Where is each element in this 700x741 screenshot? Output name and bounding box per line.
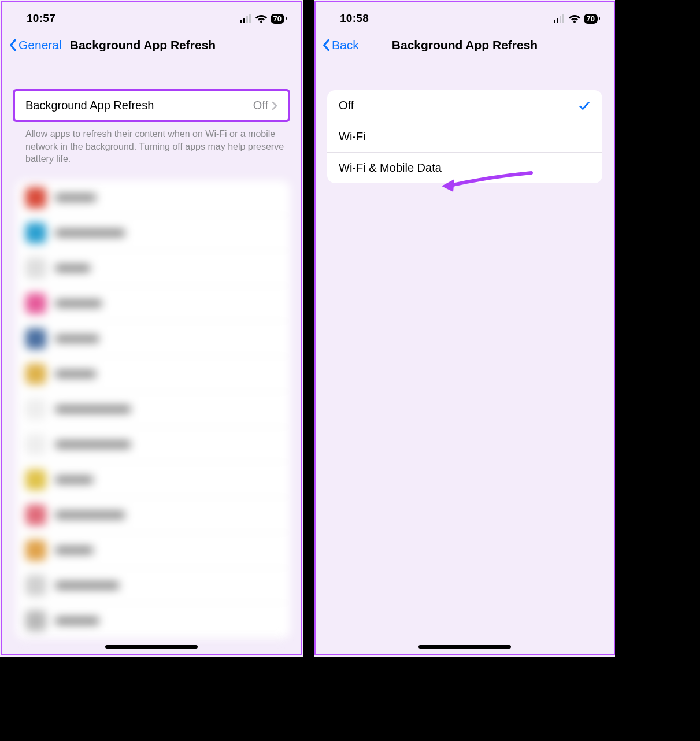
checkmark-icon (578, 99, 591, 112)
nav-title: Background App Refresh (316, 38, 614, 52)
option-row[interactable]: Wi-Fi & Mobile Data (327, 153, 602, 183)
status-indicators: 70 (240, 14, 284, 24)
back-label: Back (332, 38, 359, 52)
battery-level: 70 (273, 14, 282, 23)
screenshot-divider (303, 0, 314, 741)
bottom-border (0, 657, 615, 741)
status-bar: 10:58 70 (316, 2, 614, 31)
app-row-blurred (16, 251, 290, 286)
cellular-icon (554, 14, 565, 23)
home-indicator (105, 645, 198, 649)
battery-badge: 70 (271, 14, 284, 24)
back-label: General (18, 38, 62, 52)
nav-title: Background App Refresh (70, 38, 216, 52)
cellular-icon (240, 14, 252, 23)
svg-rect-1 (243, 18, 245, 23)
app-list-blurred (16, 180, 290, 639)
svg-point-4 (260, 21, 262, 23)
app-row-blurred (16, 603, 290, 639)
svg-rect-7 (560, 16, 561, 23)
app-row-blurred (16, 216, 290, 251)
row-label: Background App Refresh (25, 99, 253, 112)
app-row-blurred (16, 357, 290, 392)
options-group: OffWi-FiWi-Fi & Mobile Data (327, 90, 602, 183)
status-bar: 10:57 70 (2, 2, 301, 31)
app-row-blurred (16, 321, 290, 357)
battery-badge: 70 (584, 14, 598, 24)
option-label: Off (339, 99, 578, 112)
main-setting-group: Background App Refresh Off (14, 90, 289, 121)
nav-bar: Back Background App Refresh (316, 31, 614, 64)
svg-rect-2 (246, 16, 248, 23)
wifi-icon (569, 14, 580, 23)
app-row-blurred (16, 498, 290, 533)
svg-rect-8 (562, 14, 564, 23)
wifi-icon (255, 14, 267, 23)
option-label: Wi-Fi & Mobile Data (339, 161, 591, 175)
status-indicators: 70 (554, 14, 598, 24)
phone-screenshot-right: 10:58 70 Back Back (314, 1, 615, 655)
svg-point-9 (573, 21, 576, 23)
row-value: Off (253, 99, 268, 112)
footer-text: Allow apps to refresh their content when… (2, 121, 301, 176)
app-row-blurred (16, 286, 290, 321)
back-button[interactable]: Back (321, 38, 359, 52)
option-label: Wi-Fi (339, 130, 591, 143)
app-row-blurred (16, 533, 290, 568)
home-indicator (418, 645, 511, 649)
option-row[interactable]: Off (327, 90, 602, 121)
background-app-refresh-row[interactable]: Background App Refresh Off (14, 90, 289, 121)
status-time: 10:58 (340, 12, 369, 25)
phone-screenshot-left: 10:57 70 General B (1, 1, 302, 655)
status-time: 10:57 (27, 12, 55, 25)
app-row-blurred (16, 180, 290, 216)
app-row-blurred (16, 462, 290, 498)
right-border (615, 0, 700, 741)
back-button[interactable]: General (8, 38, 62, 52)
svg-rect-0 (240, 20, 242, 23)
svg-rect-5 (554, 20, 555, 23)
app-row-blurred (16, 392, 290, 427)
nav-bar: General Background App Refresh (2, 31, 301, 64)
chevron-right-icon (272, 101, 277, 110)
chevron-left-icon (8, 39, 17, 51)
app-row-blurred (16, 568, 290, 603)
svg-rect-3 (249, 14, 251, 23)
battery-level: 70 (587, 14, 595, 23)
chevron-left-icon (321, 39, 331, 51)
option-row[interactable]: Wi-Fi (327, 121, 602, 153)
svg-rect-6 (557, 18, 558, 23)
app-row-blurred (16, 427, 290, 462)
